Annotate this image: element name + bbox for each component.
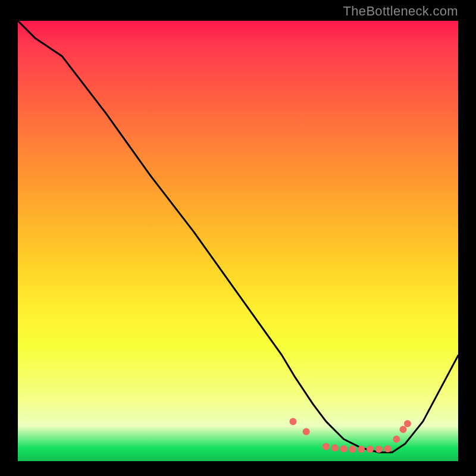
- marker-dot: [303, 428, 310, 435]
- plot-area: [18, 21, 458, 461]
- marker-dot: [375, 446, 383, 453]
- marker-dot: [322, 443, 330, 450]
- marker-dots: [290, 418, 411, 453]
- marker-dot: [404, 420, 411, 427]
- chart-frame: TheBottleneck.com: [0, 0, 476, 476]
- curve-line: [18, 21, 458, 452]
- watermark-text: TheBottleneck.com: [343, 4, 458, 19]
- marker-dot: [400, 426, 407, 433]
- marker-dot: [393, 436, 400, 443]
- marker-dot: [367, 446, 374, 453]
- marker-dot: [358, 446, 365, 453]
- marker-dot: [290, 418, 297, 425]
- marker-dot: [384, 445, 392, 452]
- marker-dot: [331, 444, 339, 452]
- overlay-svg: [18, 21, 458, 461]
- marker-dot: [340, 445, 347, 452]
- marker-dot: [349, 446, 356, 453]
